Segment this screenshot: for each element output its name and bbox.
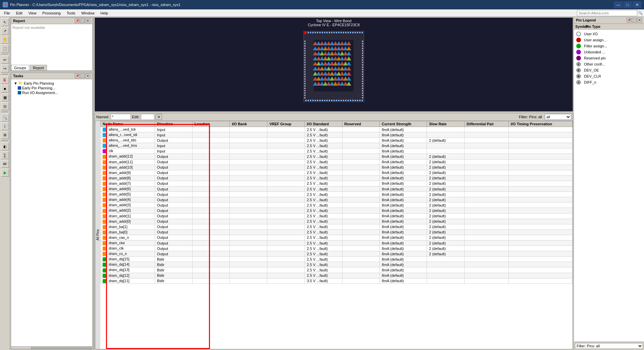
legend-close-btn[interactable]: ✕	[637, 18, 642, 23]
svg-rect-126	[304, 41, 306, 42]
toolbar-zoom[interactable]: 🔍	[1, 114, 9, 122]
toolbar-run[interactable]: ▶	[1, 169, 9, 177]
col-diff-pair[interactable]: Differential Pair	[464, 121, 508, 127]
toolbar-select[interactable]: ↖	[1, 18, 9, 26]
table-row[interactable]: dram_cas_n Output 2.5 V ...fault) 8mA (d…	[101, 235, 573, 240]
svg-rect-129	[304, 48, 306, 49]
toolbar-arrow[interactable]: ↗	[1, 27, 9, 35]
report-panel-float[interactable]: ⬚	[80, 18, 85, 23]
menu-processing[interactable]: Processing	[40, 10, 63, 16]
legend-filter-select[interactable]: Filter: Pins: all	[575, 343, 643, 349]
tab-groups[interactable]: Groups	[11, 65, 29, 71]
tasks-panel-close[interactable]: ✕	[86, 74, 90, 78]
toolbar-io[interactable]: IO	[1, 160, 9, 168]
toolbar-hand[interactable]: ✋	[1, 36, 9, 44]
tasks-panel-float[interactable]: ⬚	[80, 74, 85, 78]
edit-input[interactable]	[141, 114, 154, 120]
report-panel-pin[interactable]: 📌	[75, 18, 79, 23]
menu-tools[interactable]: Tools	[64, 10, 78, 16]
toolbar-grid[interactable]: ▦	[1, 93, 9, 101]
tree-item-early-pin-planning-folder[interactable]: ▼ 📁 Early Pin Planning	[12, 81, 91, 86]
table-row[interactable]: altera_r...rved_tdi Input 2.5 V ...fault…	[101, 132, 573, 138]
table-row[interactable]: dram_addr[8] Output 2.5 V ...fault) 8mA …	[101, 175, 573, 181]
menu-file[interactable]: File	[1, 10, 13, 16]
cell-io-timing	[508, 148, 572, 154]
report-panel-close[interactable]: ✕	[86, 18, 90, 23]
table-row[interactable]: dram_dq[12] Bidir 2.5 V ...fault) 8mA (d…	[101, 273, 573, 278]
menu-window[interactable]: Window	[78, 10, 97, 16]
table-row[interactable]: altera_...ved_tck Input 2.5 V ...fault) …	[101, 127, 573, 132]
table-row[interactable]: dram_dq[15] Bidir 2.5 V ...fault) 8mA (d…	[101, 257, 573, 262]
col-vref-group[interactable]: VREF Group	[267, 121, 305, 127]
table-row[interactable]: dram_addr[12] Output 2.5 V ...fault) 8mA…	[101, 154, 573, 159]
table-row[interactable]: dram_addr[11] Output 2.5 V ...fault) 8mA…	[101, 159, 573, 165]
table-row[interactable]: dram_addr[3] Output 2.5 V ...fault) 8mA …	[101, 203, 573, 208]
legend-pin-btn[interactable]: 📌	[627, 18, 631, 23]
cell-reserved	[342, 278, 380, 283]
toolbar-info[interactable]: i	[1, 122, 9, 130]
col-reserved[interactable]: Reserved	[342, 121, 380, 127]
col-location[interactable]: Location	[192, 121, 230, 127]
tree-item-early-pin-planning-file[interactable]: Early Pin Planning...	[12, 86, 91, 90]
table-row[interactable]: clk Input 2.5 V ...fault) 8mA (default)	[101, 148, 573, 154]
search-input[interactable]	[577, 10, 637, 16]
col-direction[interactable]: Direction	[155, 121, 193, 127]
table-row[interactable]: dram_dq[14] Bidir 2.5 V ...fault) 8mA (d…	[101, 262, 573, 267]
row-icon	[103, 225, 107, 229]
toolbar-sep-3	[2, 112, 8, 112]
fitter-assign-symbol	[576, 44, 581, 48]
table-row[interactable]: dram_addr[0] Output 2.5 V ...fault) 8mA …	[101, 219, 573, 224]
tab-report[interactable]: Report	[30, 65, 47, 71]
filter-apply-btn[interactable]: ✕	[156, 114, 162, 120]
cell-diff-pair	[464, 219, 508, 224]
col-slew-rate[interactable]: Slew Rate	[427, 121, 465, 127]
table-row[interactable]: dram_ba[1] Output 2.5 V ...fault) 8mA (d…	[101, 224, 573, 229]
tree-item-run-io[interactable]: Run I/O Assignment...	[12, 90, 91, 95]
table-row[interactable]: dram_addr[9] Output 2.5 V ...fault) 8mA …	[101, 170, 573, 175]
toolbar-half[interactable]: ◐	[1, 142, 9, 150]
table-row[interactable]: dram_dq[11] Bidir 3.5 V ...fault) 8mA (d…	[101, 278, 573, 283]
search-icon[interactable]: 🔍	[638, 11, 643, 15]
table-row[interactable]: altera_...ved_tms Input 2.5 V ...fault) …	[101, 143, 573, 148]
cell-reserved	[342, 170, 380, 175]
toolbar-block[interactable]: ■	[1, 85, 9, 93]
col-io-timing[interactable]: I/O Timing Preservation	[508, 121, 572, 127]
table-row[interactable]: dram_addr[2] Output 2.5 V ...fault) 8mA …	[101, 208, 573, 213]
minimize-button[interactable]: —	[614, 1, 623, 8]
table-row[interactable]: dram_ba[0] Output 2.5 V ...fault) 8mA (d…	[101, 229, 573, 235]
toolbar-circle[interactable]: ◎	[1, 102, 9, 110]
table-row[interactable]: dram_addr[1] Output 2.5 V ...fault) 8mA …	[101, 213, 573, 219]
table-row[interactable]: dram_dq[13] Bidir 2.5 V ...fault) 8mA (d…	[101, 267, 573, 273]
table-container[interactable]: Node Name Direction Location I/O Bank VR…	[100, 121, 573, 349]
menu-view[interactable]: View	[26, 10, 39, 16]
col-current-strength[interactable]: Current Strength	[380, 121, 427, 127]
menu-help[interactable]: Help	[98, 10, 111, 16]
tasks-panel-pin[interactable]: 📌	[75, 74, 79, 78]
toolbar-e[interactable]: E	[1, 76, 9, 84]
maximize-button[interactable]: □	[623, 1, 632, 8]
table-row[interactable]: dram_addr[6] Output 2.5 V ...fault) 8mA …	[101, 186, 573, 192]
col-io-bank[interactable]: I/O Bank	[230, 121, 267, 127]
table-row[interactable]: dram_addr[7] Output 2.5 V ...fault) 8mA …	[101, 181, 573, 186]
col-io-standard[interactable]: I/O Standard	[305, 121, 342, 127]
table-row[interactable]: dram_addr[5] Output 2.5 V ...fault) 8mA …	[101, 192, 573, 197]
table-row[interactable]: dram_addr[10] Output 2.5 V ...fault) 8mA…	[101, 165, 573, 170]
tasks-scroll-track[interactable]	[31, 347, 92, 349]
toolbar-sum[interactable]: ∑	[1, 151, 9, 159]
menu-edit[interactable]: Edit	[13, 10, 25, 16]
cell-slew-rate: 2 (default)	[427, 197, 465, 203]
toolbar-redo[interactable]: ↪	[1, 64, 9, 73]
table-row[interactable]: dram_clk Output 2.5 V ...fault) 8mA (def…	[101, 246, 573, 251]
filter-pins-select[interactable]: all assigned unassigned	[545, 114, 571, 120]
table-row[interactable]: dram_addr[4] Output 2.5 V ...fault) 8mA …	[101, 197, 573, 203]
table-row[interactable]: altera_...ved_tdo Output 2.5 V ...fault)…	[101, 138, 573, 143]
named-input[interactable]	[111, 114, 131, 120]
close-button[interactable]: ✕	[633, 1, 641, 8]
toolbar-settings[interactable]: ⚙	[1, 131, 9, 139]
table-row[interactable]: dram_cke Output 2.5 V ...fault) 8mA (def…	[101, 240, 573, 246]
col-node-name[interactable]: Node Name	[101, 121, 155, 127]
table-row[interactable]: dram_cs_n Output 2.5 V ...fault) 8mA (de…	[101, 251, 573, 257]
toolbar-zoom-area[interactable]: ⬚	[1, 44, 9, 52]
toolbar-undo[interactable]: ↩	[1, 56, 9, 64]
legend-float-btn[interactable]: ⬚	[632, 18, 637, 23]
